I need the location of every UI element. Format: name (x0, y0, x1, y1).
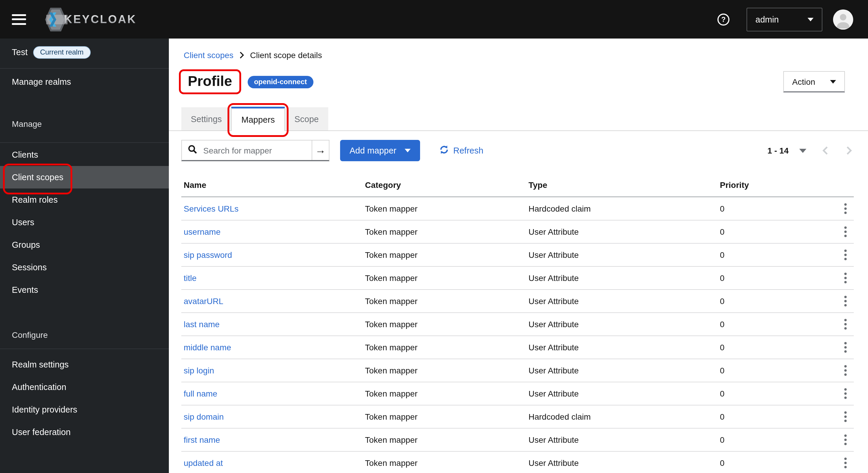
column-header-priority: Priority (717, 180, 830, 190)
mapper-type: Hardcoded claim (526, 412, 717, 421)
mapper-type: User Attribute (526, 320, 717, 329)
mapper-link[interactable]: username (181, 227, 363, 237)
mapper-link[interactable]: title (181, 273, 363, 283)
sidebar-item-client-scopes[interactable]: Client scopes (0, 166, 169, 188)
table-row: avatarURL Token mapper User Attribute 0 (181, 290, 854, 313)
mapper-category: Token mapper (363, 250, 526, 260)
mapper-category: Token mapper (363, 366, 526, 375)
search-icon (188, 144, 197, 156)
mapper-priority: 0 (717, 458, 830, 468)
kebab-icon[interactable] (837, 385, 854, 403)
mapper-type: User Attribute (526, 389, 717, 398)
question-circle-icon[interactable]: ? (717, 13, 730, 26)
chevron-down-icon[interactable] (799, 148, 806, 153)
kebab-icon[interactable] (837, 315, 854, 333)
sidebar-item-identity-providers[interactable]: Identity providers (0, 398, 169, 421)
mapper-link[interactable]: Services URLs (181, 204, 363, 213)
kebab-icon[interactable] (837, 223, 854, 241)
kebab-icon[interactable] (837, 292, 854, 310)
mapper-type: User Attribute (526, 366, 717, 375)
mapper-priority: 0 (717, 320, 830, 329)
chevron-down-icon (830, 80, 836, 83)
tab-label: Settings (191, 114, 222, 124)
mapper-type: User Attribute (526, 296, 717, 306)
sidebar-item-sessions[interactable]: Sessions (0, 256, 169, 278)
brand-wordmark: KEYCLOAK (64, 13, 136, 26)
chevron-left-icon[interactable] (822, 146, 828, 155)
kebab-icon[interactable] (837, 200, 854, 217)
mapper-link[interactable]: middle name (181, 343, 363, 352)
column-header-category: Category (363, 180, 526, 190)
sidebar-item-label: Realm settings (12, 360, 69, 369)
sidebar-section-configure: Configure (12, 330, 48, 339)
mapper-link[interactable]: sip password (181, 250, 363, 260)
mapper-category: Token mapper (363, 458, 526, 468)
sidebar-item-realm-settings[interactable]: Realm settings (0, 353, 169, 376)
sidebar-item-events[interactable]: Events (0, 278, 169, 301)
mapper-link[interactable]: full name (181, 389, 363, 398)
tab-mappers[interactable]: Mappers (231, 107, 285, 131)
mapper-category: Token mapper (363, 204, 526, 213)
table-row: username Token mapper User Attribute 0 (181, 220, 854, 244)
mapper-priority: 0 (717, 273, 830, 283)
keycloak-brand[interactable]: KEYCLOAK (44, 6, 136, 32)
sidebar-item-user-federation[interactable]: User federation (0, 421, 169, 443)
chevron-right-icon[interactable] (846, 146, 852, 155)
mapper-priority: 0 (717, 343, 830, 352)
sidebar-divider (0, 68, 169, 69)
breadcrumb: Client scopes Client scope details (184, 50, 322, 60)
sidebar-item-manage-realms[interactable]: Manage realms (0, 70, 169, 93)
action-dropdown-button[interactable]: Action (783, 71, 845, 92)
kebab-icon[interactable] (837, 361, 854, 379)
avatar-icon[interactable] (833, 9, 853, 29)
mapper-category: Token mapper (363, 435, 526, 445)
tab-scope[interactable]: Scope (285, 107, 328, 131)
kebab-icon[interactable] (837, 338, 854, 356)
kebab-icon[interactable] (837, 408, 854, 425)
mapper-type: User Attribute (526, 273, 717, 283)
main-content: Client scopes Client scope details Profi… (169, 38, 868, 473)
search-input[interactable] (202, 145, 312, 156)
user-menu-button[interactable]: admin (747, 7, 823, 31)
keycloak-admin-console: KEYCLOAK ? admin (0, 0, 868, 473)
refresh-button[interactable]: Refresh (439, 145, 484, 156)
table-row: first name Token mapper User Attribute 0 (181, 428, 854, 452)
realm-switcher[interactable]: Test Current realm (12, 43, 91, 61)
pagination: 1 - 14 (767, 146, 852, 155)
sidebar-item-label: Users (12, 217, 34, 227)
table-row: last name Token mapper User Attribute 0 (181, 313, 854, 336)
sidebar-item-authentication[interactable]: Authentication (0, 376, 169, 398)
table-row: sip login Token mapper User Attribute 0 (181, 359, 854, 382)
sidebar-item-realm-roles[interactable]: Realm roles (0, 188, 169, 211)
sidebar-item-clients[interactable]: Clients (0, 143, 169, 166)
mapper-type: User Attribute (526, 227, 717, 237)
mapper-priority: 0 (717, 412, 830, 421)
kebab-icon[interactable] (837, 431, 854, 449)
mapper-priority: 0 (717, 435, 830, 445)
action-dropdown-label: Action (792, 77, 815, 86)
sidebar-item-label: User federation (12, 427, 70, 437)
mapper-link[interactable]: last name (181, 320, 363, 329)
search-submit-button[interactable]: → (312, 141, 329, 160)
breadcrumb-link-client-scopes[interactable]: Client scopes (184, 50, 234, 60)
kebab-icon[interactable] (837, 454, 854, 472)
add-mapper-button[interactable]: Add mapper (340, 140, 420, 161)
sidebar-item-users[interactable]: Users (0, 211, 169, 234)
tab-settings[interactable]: Settings (181, 107, 231, 131)
hamburger-icon[interactable] (12, 14, 26, 25)
kebab-icon[interactable] (837, 269, 854, 287)
mapper-link[interactable]: first name (181, 435, 363, 445)
mapper-priority: 0 (717, 227, 830, 237)
table-header-row: Name Category Type Priority (181, 174, 854, 197)
table-row: title Token mapper User Attribute 0 (181, 267, 854, 290)
mapper-link[interactable]: updated at (181, 458, 363, 468)
mapper-link[interactable]: sip login (181, 366, 363, 375)
mapper-link[interactable]: avatarURL (181, 296, 363, 306)
kebab-icon[interactable] (837, 246, 854, 264)
sidebar-item-groups[interactable]: Groups (0, 234, 169, 256)
table-row: Services URLs Token mapper Hardcoded cla… (181, 197, 854, 220)
mapper-link[interactable]: sip domain (181, 412, 363, 421)
mapper-priority: 0 (717, 250, 830, 260)
search-box: → (181, 140, 330, 161)
mapper-category: Token mapper (363, 296, 526, 306)
